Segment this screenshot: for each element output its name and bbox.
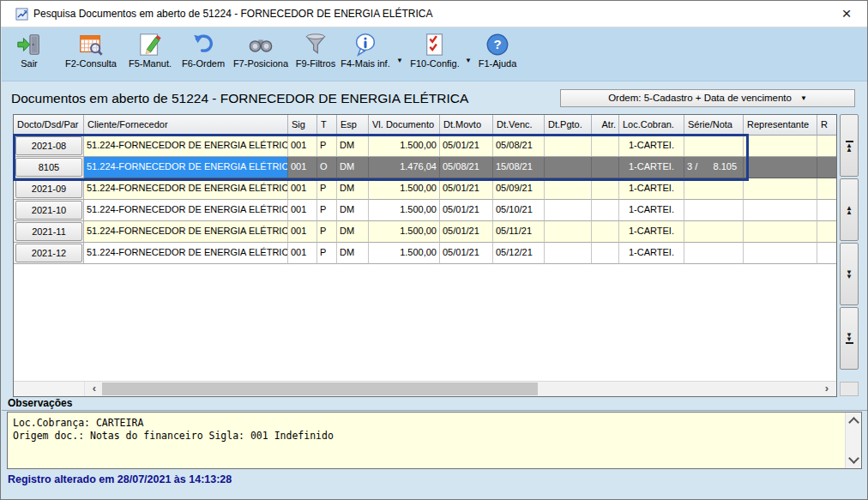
table-row[interactable]: 2021-0851.224-FORNECEDOR DE ENERGIA ELÉT… (14, 136, 837, 157)
cell-cliente[interactable]: 51.224-FORNECEDOR DE ENERGIA ELÉTRICA (84, 136, 288, 157)
cell-esp[interactable]: DM (337, 157, 369, 178)
cell-dt_movto[interactable]: 05/01/21 (440, 136, 493, 157)
cell-esp[interactable]: DM (337, 243, 369, 264)
cell-sig[interactable]: 001 (288, 200, 317, 221)
cell-representante[interactable] (744, 157, 817, 178)
cell-cliente[interactable]: 51.224-FORNECEDOR DE ENERGIA ELÉTRICA (84, 200, 288, 221)
toolbar-button-f6-ordem[interactable]: F6-Ordem (177, 32, 230, 78)
cell-r[interactable] (817, 243, 837, 264)
column-header-cliente[interactable]: Cliente/Fornecedor (84, 115, 288, 136)
column-header-esp[interactable]: Esp (337, 115, 369, 136)
scroll-first-button[interactable]: ▲▲ (840, 114, 859, 177)
cell-dt_venc[interactable]: 15/08/21 (493, 157, 545, 178)
cell-sig[interactable]: 001 (288, 221, 317, 243)
toolbar-button-f2-consulta[interactable]: F2-Consulta (53, 32, 129, 78)
column-header-loc_cobran[interactable]: Loc.Cobran. (619, 115, 684, 136)
cell-r[interactable] (817, 178, 837, 200)
hscroll-thumb[interactable] (102, 383, 538, 395)
cell-atr[interactable] (592, 243, 619, 264)
row-header-button[interactable]: 2021-11 (15, 222, 82, 241)
cell-representante[interactable] (744, 178, 817, 200)
cell-representante[interactable] (744, 221, 817, 243)
column-header-dt_movto[interactable]: Dt.Movto (440, 115, 493, 136)
column-header-dt_pgto[interactable]: Dt.Pgto. (545, 115, 592, 136)
column-header-serie_nota[interactable]: Série/Nota (684, 115, 744, 136)
cell-dt_pgto[interactable] (545, 243, 592, 264)
cell-dt_pgto[interactable] (545, 157, 592, 178)
observations-box[interactable]: Loc.Cobrança: CARTEIRA Origem doc.: Nota… (7, 412, 862, 469)
cell-sig[interactable]: 001 (288, 136, 317, 157)
cell-t[interactable]: P (317, 221, 337, 243)
cell-esp[interactable]: DM (337, 200, 369, 221)
cell-sig[interactable]: 001 (288, 243, 317, 264)
cell-serie_nota[interactable] (684, 136, 744, 157)
cell-atr[interactable] (592, 200, 619, 221)
cell-esp[interactable]: DM (337, 221, 369, 243)
order-button[interactable]: Ordem: 5-Cadastro + Data de vencimento▼ (560, 89, 855, 107)
cell-cliente[interactable]: 51.224-FORNECEDOR DE ENERGIA ELÉTRICA (84, 221, 288, 243)
cell-sig[interactable]: 001 (288, 157, 317, 178)
cell-atr[interactable] (592, 157, 619, 178)
cell-esp[interactable]: DM (337, 136, 369, 157)
toolbar-button-f7-posiciona[interactable]: F7-Posiciona (226, 32, 295, 78)
cell-serie_nota[interactable] (684, 243, 744, 264)
scroll-left-icon[interactable]: ‹ (87, 382, 101, 395)
cell-vl[interactable]: 1.500,00 (369, 221, 440, 243)
toolbar-button-f9-filtros[interactable]: F9-Filtros (290, 32, 341, 78)
column-header-atr[interactable]: Atr. (592, 115, 619, 136)
toolbar-button-f4-mais-inf[interactable]: F4-Mais inf. (336, 32, 395, 78)
cell-loc_cobran[interactable]: 1-CARTEI. (619, 221, 684, 243)
cell-dt_pgto[interactable] (545, 200, 592, 221)
cell-cliente[interactable]: 51.224-FORNECEDOR DE ENERGIA ELÉTRICA (84, 157, 288, 178)
cell-dt_movto[interactable]: 05/01/21 (440, 243, 493, 264)
cell-dt_venc[interactable]: 05/10/21 (493, 200, 545, 221)
cell-representante[interactable] (744, 136, 817, 157)
cell-loc_cobran[interactable]: 1-CARTEI. (619, 243, 684, 264)
row-header-button[interactable]: 2021-10 (15, 201, 82, 220)
column-header-vl[interactable]: Vl. Documento (369, 115, 440, 136)
cell-vl[interactable]: 1.500,00 (369, 136, 440, 157)
cell-loc_cobran[interactable]: 1-CARTEI. (619, 200, 684, 221)
cell-vl[interactable]: 1.500,00 (369, 178, 440, 200)
cell-dt_venc[interactable]: 05/11/21 (493, 221, 545, 243)
column-header-representante[interactable]: Representante (744, 115, 817, 136)
scroll-down-icon[interactable] (848, 453, 859, 464)
cell-dt_movto[interactable]: 05/01/21 (440, 200, 493, 221)
horizontal-scrollbar[interactable]: ‹ › (14, 381, 836, 396)
cell-atr[interactable] (592, 136, 619, 157)
cell-atr[interactable] (592, 221, 619, 243)
cell-sig[interactable]: 001 (288, 178, 317, 200)
table-row[interactable]: 2021-1251.224-FORNECEDOR DE ENERGIA ELÉT… (14, 243, 837, 264)
column-header-r[interactable]: R (817, 115, 837, 136)
table-row[interactable]: 2021-0951.224-FORNECEDOR DE ENERGIA ELÉT… (14, 178, 837, 200)
cell-t[interactable]: P (317, 136, 337, 157)
row-header-button[interactable]: 2021-12 (15, 244, 82, 262)
cell-t[interactable]: P (317, 178, 337, 200)
cell-serie_nota[interactable]: 3 / 8.105 (684, 157, 744, 178)
cell-serie_nota[interactable] (684, 178, 744, 200)
column-header-t[interactable]: T (317, 115, 337, 136)
cell-loc_cobran[interactable]: 1-CARTEI. (619, 178, 684, 200)
toolbar-button-sair[interactable]: Sair (10, 32, 48, 78)
cell-loc_cobran[interactable]: 1-CARTEI. (619, 136, 684, 157)
cell-dt_pgto[interactable] (545, 221, 592, 243)
cell-dt_venc[interactable]: 05/08/21 (493, 136, 545, 157)
observations-scrollbar[interactable] (845, 413, 861, 468)
column-header-dt_venc[interactable]: Dt.Venc. (493, 115, 545, 136)
cell-vl[interactable]: 1.476,04 (369, 157, 440, 178)
table-row[interactable]: 2021-1051.224-FORNECEDOR DE ENERGIA ELÉT… (14, 200, 837, 221)
cell-t[interactable]: P (317, 200, 337, 221)
cell-dt_pgto[interactable] (545, 178, 592, 200)
cell-vl[interactable]: 1.500,00 (369, 200, 440, 221)
cell-representante[interactable] (744, 243, 817, 264)
row-header-button[interactable]: 2021-08 (15, 136, 82, 155)
cell-t[interactable]: O (317, 157, 337, 178)
dropdown-arrow-icon[interactable]: ▼ (396, 57, 403, 64)
cell-dt_movto[interactable]: 05/01/21 (440, 221, 493, 243)
scroll-up-icon[interactable] (848, 417, 859, 428)
cell-r[interactable] (817, 136, 837, 157)
cell-dt_movto[interactable]: 05/01/21 (440, 178, 493, 200)
cell-vl[interactable]: 1.500,00 (369, 243, 440, 264)
cell-r[interactable] (817, 200, 837, 221)
cell-dt_venc[interactable]: 05/12/21 (493, 243, 545, 264)
